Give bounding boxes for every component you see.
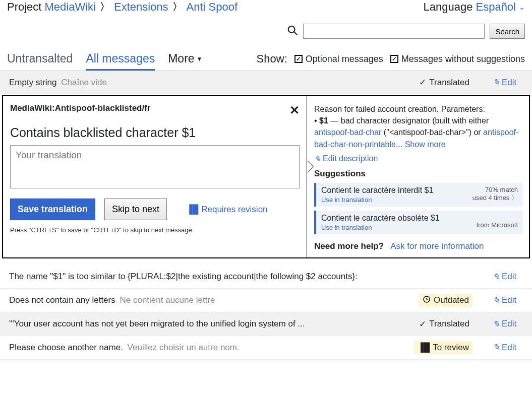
pencil-icon: ✎ bbox=[314, 154, 321, 164]
status-label: Translated bbox=[429, 78, 469, 88]
checkbox-optional-messages[interactable]: ✓ Optional messages bbox=[294, 54, 383, 64]
checkbox-optional-label: Optional messages bbox=[306, 54, 383, 64]
help-question: Need more help? bbox=[314, 241, 384, 251]
help-row: Need more help? Ask for more information bbox=[314, 241, 523, 251]
tab-untranslated[interactable]: Untransalted bbox=[7, 52, 73, 71]
checkmark-icon: ✓ bbox=[390, 55, 398, 63]
status-label: To review bbox=[433, 343, 469, 353]
status-label: Translated bbox=[429, 319, 469, 329]
breadcrumb: Project MediaWiki 〉 Extensions 〉 Anti Sp… bbox=[7, 0, 238, 14]
svg-line-1 bbox=[294, 32, 297, 35]
flag-icon: ▐█ bbox=[418, 343, 430, 353]
ask-more-link[interactable]: Ask for more information bbox=[390, 241, 484, 251]
show-label: Show: bbox=[257, 52, 287, 65]
message-row[interactable]: Does not contain any letters Ne contient… bbox=[0, 289, 532, 313]
edit-label: Edit bbox=[502, 319, 516, 329]
edit-label: Edit bbox=[502, 78, 516, 88]
suggestions-heading: Suggestions bbox=[314, 169, 523, 179]
status-label: Outdated bbox=[434, 295, 469, 305]
source-text: Contains blacklisted character $1 bbox=[10, 125, 300, 140]
message-source: '''Your user account has not yet been mi… bbox=[9, 319, 305, 328]
translation-input[interactable] bbox=[10, 145, 300, 188]
edit-button[interactable]: ✎ Edit bbox=[493, 342, 523, 353]
message-source: Empty string bbox=[9, 78, 56, 87]
edit-label: Edit bbox=[502, 343, 516, 353]
desc-param-text: — bad character designator (built with e… bbox=[328, 116, 489, 125]
search-icon[interactable] bbox=[287, 25, 298, 38]
edit-label: Edit bbox=[502, 295, 516, 305]
suggestion-used[interactable]: used 4 times 〉 bbox=[472, 193, 518, 203]
language-value[interactable]: Español bbox=[476, 1, 516, 14]
tab-more-label: More bbox=[168, 52, 194, 65]
message-row[interactable]: Please choose another name. Veuillez cho… bbox=[0, 336, 532, 360]
breadcrumb-antispoof[interactable]: Anti Spoof bbox=[187, 1, 238, 14]
triangle-down-icon: ▼ bbox=[197, 55, 203, 62]
edit-button[interactable]: ✎ Edit bbox=[493, 295, 523, 306]
skip-button[interactable]: Skip to next bbox=[104, 198, 167, 220]
suggestion-source: from Microsoft bbox=[477, 221, 518, 229]
breadcrumb-sep: 〉 bbox=[99, 0, 111, 14]
message-translation: Ne contient aucune lettre bbox=[120, 295, 215, 305]
message-key: MediaWiki:Antispoof-blacklisted/fr bbox=[10, 103, 150, 113]
message-source: Please choose another name. bbox=[9, 343, 123, 352]
desc-paren: ("<antispoof-bad-char>") or bbox=[381, 128, 483, 137]
breadcrumb-extensions[interactable]: Extensions bbox=[114, 1, 168, 14]
message-row[interactable]: '''Your user account has not yet been mi… bbox=[0, 313, 532, 336]
chevron-down-icon: ⌄ bbox=[519, 3, 525, 11]
check-icon: ✓ bbox=[419, 319, 426, 329]
message-translation: Chaîne vide bbox=[61, 78, 107, 87]
checkbox-without-suggestions[interactable]: ✓ Messages without suggestions bbox=[390, 54, 525, 64]
tab-all-messages[interactable]: All messages bbox=[86, 52, 155, 71]
bullet-icon: • bbox=[314, 116, 319, 125]
suggestion-item[interactable]: Contient le caractère interdit $1 Use in… bbox=[314, 183, 523, 207]
check-icon: ✓ bbox=[419, 77, 426, 88]
use-suggestion-button[interactable]: Use in translation bbox=[321, 224, 440, 231]
edit-button[interactable]: ✎ Edit bbox=[493, 77, 523, 88]
pointer-icon bbox=[307, 161, 313, 173]
clock-icon bbox=[423, 295, 431, 306]
suggestion-text: Contient le caractère obsolète $1 bbox=[321, 214, 440, 223]
flag-icon: ▐█ bbox=[186, 205, 198, 215]
translation-editor: MediaWiki:Antispoof-blacklisted/fr ✕ Con… bbox=[2, 95, 530, 258]
language-label: Language bbox=[424, 1, 473, 14]
edit-description-label: Edit description bbox=[323, 154, 378, 163]
edit-description-button[interactable]: ✎ Edit description bbox=[314, 154, 523, 164]
show-more-link[interactable]: Show more bbox=[405, 140, 446, 149]
desc-param: $1 bbox=[319, 116, 328, 125]
close-icon[interactable]: ✕ bbox=[289, 103, 300, 117]
edit-label: Edit bbox=[502, 272, 516, 282]
status-outdated: Outdated bbox=[419, 294, 472, 307]
requires-revision-toggle[interactable]: ▐█ Requires revision bbox=[186, 205, 267, 215]
language-selector[interactable]: Language Español ⌄ bbox=[424, 1, 525, 14]
suggestion-text: Contient le caractère interdit $1 bbox=[321, 186, 433, 195]
tab-more[interactable]: More ▼ bbox=[168, 52, 202, 71]
edit-button[interactable]: ✎ Edit bbox=[493, 319, 523, 329]
message-translation: Veuillez choisir un autre nom. bbox=[128, 343, 240, 352]
pencil-icon: ✎ bbox=[493, 319, 500, 329]
desc-line1: Reason for failed account creation. Para… bbox=[314, 105, 485, 113]
checkmark-icon: ✓ bbox=[294, 55, 303, 63]
pencil-icon: ✎ bbox=[493, 77, 500, 88]
search-input[interactable] bbox=[303, 24, 485, 39]
status-translated: ✓ Translated bbox=[416, 76, 472, 89]
save-button[interactable]: Save translation bbox=[10, 198, 95, 220]
pencil-icon: ✎ bbox=[493, 342, 500, 353]
keyboard-hint: Press "CTRL+S" to save or "CRTL+D" to sk… bbox=[10, 226, 300, 234]
status-translated: ✓ Translated bbox=[416, 318, 472, 330]
requires-revision-label: Requires revision bbox=[201, 205, 267, 215]
desc-ellipsis: ... bbox=[396, 140, 405, 149]
pencil-icon: ✎ bbox=[493, 295, 500, 306]
use-suggestion-button[interactable]: Use in translation bbox=[321, 196, 433, 204]
breadcrumb-sep: 〉 bbox=[171, 0, 184, 14]
message-source: Does not contain any letters bbox=[9, 295, 115, 305]
message-row[interactable]: Empty string Chaîne vide ✓ Translated ✎ … bbox=[0, 71, 532, 94]
breadcrumb-mediawiki[interactable]: MediaWiki bbox=[44, 1, 95, 14]
suggestion-item[interactable]: Contient le caractère obsolète $1 Use in… bbox=[314, 211, 523, 234]
status-to-review: ▐█ To review bbox=[414, 341, 472, 354]
edit-button[interactable]: ✎ Edit bbox=[493, 272, 523, 282]
suggestion-match: 70% match bbox=[472, 186, 518, 193]
search-button[interactable]: Search bbox=[490, 24, 525, 39]
link-antispoof-bad-char[interactable]: antispoof-bad-char bbox=[314, 128, 381, 137]
svg-point-0 bbox=[288, 26, 295, 33]
message-row[interactable]: The name "$1" is too similar to {PLURAL:… bbox=[0, 266, 532, 289]
